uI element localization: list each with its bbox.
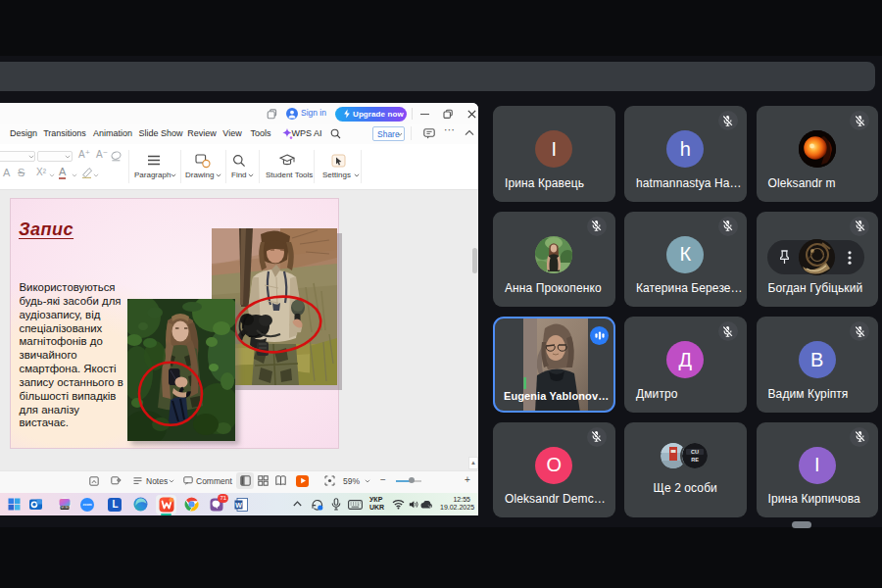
svg-text:CU: CU <box>691 449 699 455</box>
svg-text:W: W <box>235 501 242 508</box>
svg-text:RE: RE <box>691 457 699 463</box>
svg-text:MOBI: MOBI <box>61 506 69 510</box>
